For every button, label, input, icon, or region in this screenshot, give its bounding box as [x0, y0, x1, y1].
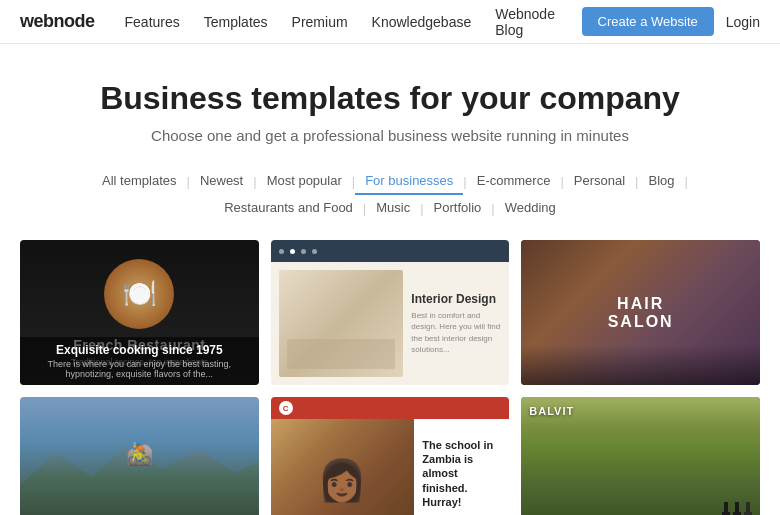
login-button[interactable]: Login	[726, 14, 760, 30]
winery-bottles	[722, 502, 752, 515]
bicycle-person-icon: 🚵	[126, 441, 153, 467]
nav-features[interactable]: Features	[125, 14, 180, 30]
charity-headline: The school in Zambia is almost finished.…	[422, 438, 501, 509]
filter-restaurants[interactable]: Restaurants and Food	[214, 195, 363, 222]
nav-dot-4	[312, 249, 317, 254]
filter-most-popular[interactable]: Most popular	[257, 168, 352, 195]
template-interior-design[interactable]: Interior Design Best in comfort and desi…	[271, 240, 510, 385]
site-logo[interactable]: webnode	[20, 11, 95, 32]
template-french-restaurant[interactable]: 🍽️ French Restaurant Traditional recipes…	[20, 240, 259, 385]
charity-logo: C	[279, 401, 293, 415]
filter-bar: All templates | Newest | Most popular | …	[0, 168, 780, 240]
interior-desc: Best in comfort and design. Here you wil…	[411, 310, 501, 355]
nav-actions: Create a Website Login	[582, 7, 760, 36]
templates-grid: 🍽️ French Restaurant Traditional recipes…	[0, 240, 780, 515]
interior-title: Interior Design	[411, 292, 501, 306]
nav-templates[interactable]: Templates	[204, 14, 268, 30]
filter-blog[interactable]: Blog	[639, 168, 685, 195]
charity-image	[271, 419, 415, 515]
template-bicycle-service[interactable]: 🚵 — BICYCLE SERVICE WITH TRADITION —	[20, 397, 259, 515]
create-website-button[interactable]: Create a Website	[582, 7, 714, 36]
nav-premium[interactable]: Premium	[292, 14, 348, 30]
nav-dot-2	[290, 249, 295, 254]
filter-music[interactable]: Music	[366, 195, 420, 222]
card-restaurant-label-title: Exquisite cooking since 1975	[28, 343, 251, 357]
filter-for-businesses[interactable]: For businesses	[355, 168, 463, 195]
winery-label: BALVIT	[529, 405, 574, 417]
nav-knowledgebase[interactable]: Knowledgebase	[372, 14, 472, 30]
hero-title: Business templates for your company	[20, 80, 760, 117]
food-icon: 🍽️	[104, 259, 174, 329]
template-winery[interactable]: BALVIT	[521, 397, 760, 515]
hero-subtitle: Choose one and get a professional busine…	[20, 127, 760, 144]
hair-salon-title: HAIR SALON	[581, 295, 700, 331]
filter-all[interactable]: All templates	[92, 168, 186, 195]
filter-newest[interactable]: Newest	[190, 168, 253, 195]
filter-personal[interactable]: Personal	[564, 168, 635, 195]
filter-wedding[interactable]: Wedding	[495, 195, 566, 222]
navbar: webnode Features Templates Premium Knowl…	[0, 0, 780, 44]
filter-ecommerce[interactable]: E-commerce	[467, 168, 561, 195]
template-hair-salon[interactable]: HAIR SALON	[521, 240, 760, 385]
interior-room-image	[279, 270, 404, 377]
nav-blog[interactable]: Webnode Blog	[495, 6, 581, 38]
nav-dot-1	[279, 249, 284, 254]
template-charity-school[interactable]: C The school in Zambia is almost finishe…	[271, 397, 510, 515]
nav-dot-3	[301, 249, 306, 254]
card-restaurant-label-sub: There is where you can enjoy the best ta…	[28, 359, 251, 379]
filter-portfolio[interactable]: Portfolio	[424, 195, 492, 222]
nav-links: Features Templates Premium Knowledgebase…	[125, 6, 582, 38]
hero-section: Business templates for your company Choo…	[0, 44, 780, 168]
